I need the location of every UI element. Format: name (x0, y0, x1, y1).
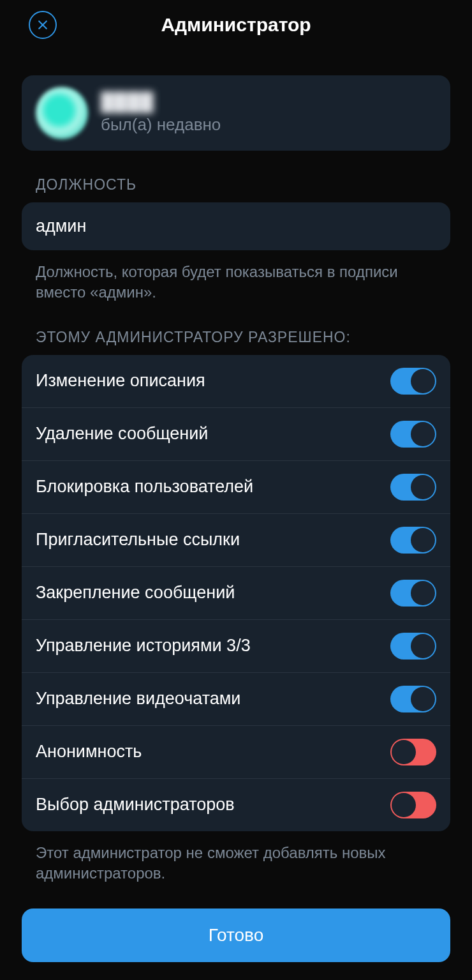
user-card[interactable]: ████ был(а) недавно (22, 75, 450, 151)
perm-label: Закрепление сообщений (36, 583, 235, 603)
user-name: ████ (101, 92, 221, 112)
toggle-manage-videochats[interactable] (390, 686, 436, 712)
perm-row-manage-videochats: Управление видеочатами (22, 673, 450, 726)
perm-row-ban-users: Блокировка пользователей (22, 461, 450, 514)
content: ████ был(а) недавно ДОЛЖНОСТЬ Должность,… (0, 75, 472, 962)
perm-row-delete-messages: Удаление сообщений (22, 408, 450, 461)
permissions-section-label: ЭТОМУ АДМИНИСТРАТОРУ РАЗРЕШЕНО: (36, 329, 450, 346)
avatar (36, 87, 88, 139)
perm-label: Блокировка пользователей (36, 477, 253, 497)
toggle-ban-users[interactable] (390, 474, 436, 501)
perm-label: Управление видеочатами (36, 689, 240, 709)
toggle-delete-messages[interactable] (390, 421, 436, 448)
perm-row-add-admins: Выбор администраторов (22, 779, 450, 831)
perm-label: Выбор администраторов (36, 795, 235, 815)
role-input[interactable] (36, 216, 436, 236)
perm-row-manage-stories: Управление историями 3/3 (22, 620, 450, 673)
role-section-label: ДОЛЖНОСТЬ (36, 176, 450, 193)
page-title: Администратор (161, 14, 311, 36)
toggle-invite-links[interactable] (390, 527, 436, 554)
role-hint: Должность, которая будет показываться в … (36, 262, 436, 303)
permissions-list: Изменение описания Удаление сообщений Бл… (22, 355, 450, 831)
perm-label: Удаление сообщений (36, 424, 208, 444)
toggle-change-description[interactable] (390, 368, 436, 395)
toggle-pin-messages[interactable] (390, 580, 436, 607)
perm-label: Управление историями 3/3 (36, 636, 251, 656)
toggle-anonymous[interactable] (390, 739, 436, 765)
header: Администратор (0, 0, 472, 50)
user-status: был(а) недавно (101, 115, 221, 135)
perm-row-anonymous: Анонимность (22, 726, 450, 779)
close-button[interactable] (29, 11, 57, 39)
perm-label: Изменение описания (36, 371, 205, 391)
done-button[interactable]: Готово (22, 908, 450, 962)
perm-row-change-description: Изменение описания (22, 355, 450, 408)
perm-row-invite-links: Пригласительные ссылки (22, 514, 450, 567)
permissions-hint: Этот администратор не сможет добавлять н… (36, 843, 436, 884)
toggle-add-admins[interactable] (390, 792, 436, 818)
user-info: ████ был(а) недавно (101, 92, 221, 135)
role-input-card (22, 202, 450, 250)
close-icon (36, 19, 49, 31)
toggle-manage-stories[interactable] (390, 633, 436, 660)
perm-label: Пригласительные ссылки (36, 530, 240, 550)
perm-label: Анонимность (36, 742, 142, 762)
perm-row-pin-messages: Закрепление сообщений (22, 567, 450, 620)
